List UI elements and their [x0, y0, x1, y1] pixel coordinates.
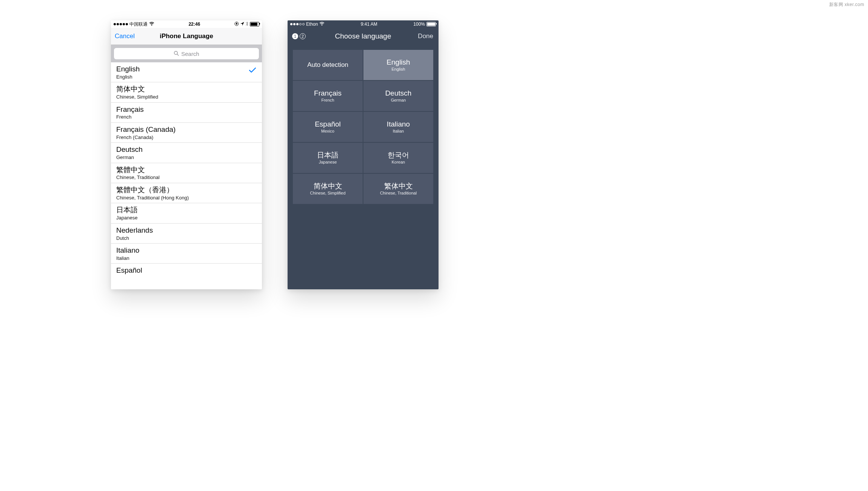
language-row[interactable]: Español — [111, 264, 262, 277]
language-native-label: 한국어 — [388, 151, 409, 159]
language-english-label: French — [116, 114, 257, 120]
step-1-icon: 1 — [292, 33, 298, 39]
signal-strength-icon — [114, 23, 128, 25]
language-tile[interactable]: FrançaisFrench — [293, 81, 363, 111]
language-row[interactable]: ItalianoItalian — [111, 244, 262, 264]
language-english-label: Chinese, Traditional — [380, 191, 417, 195]
language-english-label: French (Canada) — [116, 134, 257, 141]
language-english-label: Italian — [393, 129, 404, 133]
nav-bar: Cancel iPhone Language — [111, 28, 262, 45]
language-english-label: German — [116, 154, 257, 161]
carrier-label: 中国联通 — [129, 21, 148, 28]
status-bar: Ethon 9:41 AM 100% — [288, 20, 439, 28]
language-english-label: French — [321, 98, 334, 102]
language-english-label: English — [116, 74, 257, 80]
orientation-lock-icon — [234, 22, 239, 27]
step-indicator: 1 2 — [292, 33, 306, 39]
language-row[interactable]: DeutschGerman — [111, 143, 262, 163]
wifi-icon — [149, 22, 154, 27]
nav-bar: 1 2 Choose language Done — [288, 28, 439, 45]
phone-app-language: Ethon 9:41 AM 100% 1 2 Choose language D… — [288, 20, 439, 289]
language-native-label: Auto detection — [307, 62, 348, 69]
language-row[interactable]: FrançaisFrench — [111, 103, 262, 123]
language-native-label: Español — [315, 120, 341, 128]
language-tile[interactable]: 繁体中文Chinese, Traditional — [363, 174, 433, 204]
language-native-label: English — [116, 65, 257, 74]
language-native-label: 繁体中文 — [384, 182, 413, 190]
language-row[interactable]: 日本語Japanese — [111, 203, 262, 223]
language-tile[interactable]: DeutschGerman — [363, 81, 433, 111]
language-english-label: Japanese — [319, 160, 337, 164]
search-bar: Search — [111, 45, 262, 62]
language-english-label: Japanese — [116, 215, 257, 221]
language-row[interactable]: 繁體中文Chinese, Traditional — [111, 163, 262, 183]
search-placeholder: Search — [181, 51, 199, 57]
language-tile[interactable]: EnglishEnglish — [363, 50, 433, 80]
language-english-label: Korean — [392, 160, 405, 164]
language-row[interactable]: NederlandsDutch — [111, 224, 262, 244]
battery-icon — [426, 22, 436, 26]
watermark-text: 新客网 xker.com — [829, 2, 864, 8]
language-native-label: Français — [116, 105, 257, 114]
language-native-label: Nederlands — [116, 226, 257, 235]
carrier-label: Ethon — [306, 22, 318, 27]
language-tile[interactable]: 简体中文Chinese, Simplified — [293, 174, 363, 204]
page-title: iPhone Language — [160, 32, 213, 40]
language-tile[interactable]: 日本語Japanese — [293, 143, 363, 173]
language-row[interactable]: Français (Canada)French (Canada) — [111, 123, 262, 143]
checkmark-icon — [249, 68, 256, 74]
status-time: 9:41 AM — [361, 22, 377, 27]
language-english-label: Chinese, Traditional — [116, 174, 257, 181]
language-english-label: Chinese, Traditional (Hong Kong) — [116, 195, 257, 201]
step-2-icon: 2 — [300, 33, 306, 39]
status-bar: 中国联通 22:46 — [111, 20, 262, 28]
language-list[interactable]: EnglishEnglish简体中文Chinese, SimplifiedFra… — [111, 62, 262, 277]
language-tile[interactable]: 한국어Korean — [363, 143, 433, 173]
language-native-label: English — [386, 59, 410, 66]
language-english-label: Chinese, Simplified — [310, 191, 345, 195]
language-tile[interactable]: ItalianoItalian — [363, 112, 433, 142]
signal-strength-icon — [290, 23, 305, 25]
language-english-label: English — [391, 67, 405, 71]
cancel-button[interactable]: Cancel — [115, 32, 135, 40]
svg-line-2 — [177, 54, 179, 56]
language-english-label: Chinese, Simplified — [116, 94, 257, 100]
search-icon — [174, 51, 179, 57]
language-row[interactable]: 简体中文Chinese, Simplified — [111, 82, 262, 102]
language-english-label: Mexico — [321, 129, 334, 133]
battery-percent: 100% — [413, 22, 425, 27]
status-time: 22:46 — [189, 22, 200, 27]
page-title: Choose language — [335, 32, 391, 40]
language-native-label: 繁體中文 — [116, 165, 257, 174]
location-icon — [240, 22, 244, 27]
language-native-label: 简体中文 — [314, 182, 342, 190]
battery-icon — [250, 22, 259, 26]
language-english-label: Italian — [116, 255, 257, 261]
language-english-label: German — [391, 98, 406, 102]
language-native-label: Deutsch — [116, 145, 257, 154]
language-native-label: Français — [314, 90, 342, 97]
language-native-label: 日本語 — [317, 151, 339, 159]
language-native-label: Deutsch — [385, 90, 412, 97]
language-english-label: Dutch — [116, 235, 257, 241]
language-row[interactable]: 繁體中文（香港）Chinese, Traditional (Hong Kong) — [111, 183, 262, 203]
language-native-label: Italiano — [387, 120, 410, 128]
search-input[interactable]: Search — [114, 48, 259, 59]
wifi-icon — [319, 22, 325, 27]
language-grid: Auto detectionEnglishEnglishFrançaisFren… — [288, 45, 439, 204]
bluetooth-icon — [246, 22, 248, 27]
language-native-label: Français (Canada) — [116, 125, 257, 134]
language-native-label: Español — [116, 266, 257, 275]
language-tile[interactable]: EspañolMexico — [293, 112, 363, 142]
language-native-label: Italiano — [116, 246, 257, 255]
phone-ios-settings: 中国联通 22:46 Cancel iPhone — [111, 20, 262, 289]
language-native-label: 日本語 — [116, 205, 257, 215]
language-native-label: 繁體中文（香港） — [116, 185, 257, 195]
language-row[interactable]: EnglishEnglish — [111, 62, 262, 82]
language-native-label: 简体中文 — [116, 85, 257, 94]
done-button[interactable]: Done — [418, 32, 433, 40]
tile-auto-detection[interactable]: Auto detection — [293, 50, 363, 80]
